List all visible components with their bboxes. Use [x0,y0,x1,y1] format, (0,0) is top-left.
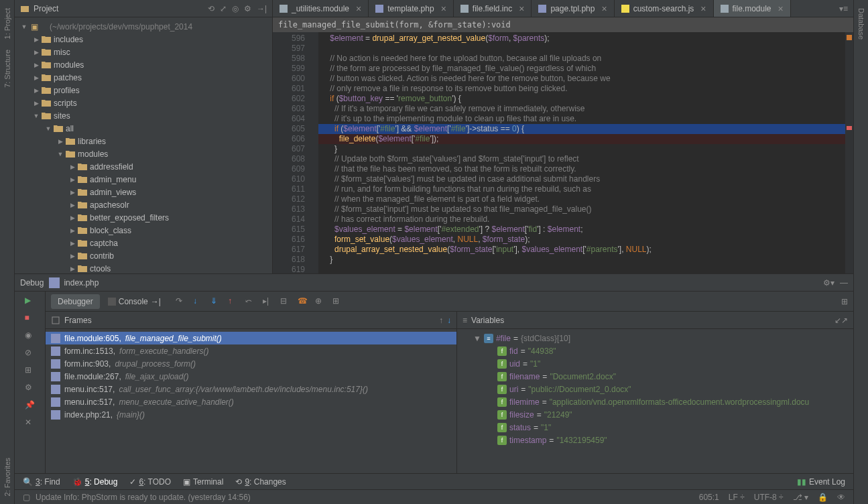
gutter-line[interactable]: 609 [273,164,318,174]
code-line[interactable]: drupal_array_set_nested_value($form_stat… [318,245,853,255]
gutter-line[interactable]: 610 [273,174,318,184]
tab-file.field.inc[interactable]: file.field.inc× [454,0,532,17]
close-icon[interactable]: × [778,3,784,14]
status-box-icon[interactable]: ▢ [23,493,30,502]
gutter-line[interactable]: 607 [273,144,318,154]
tab-custom-search.js[interactable]: custom-search.js× [615,0,714,17]
gutter-line[interactable]: 596 [273,34,318,44]
step-over-icon[interactable]: ↷ [176,296,186,307]
code-line[interactable]: // Update both $form_state['values'] and… [318,154,853,164]
resume-icon[interactable]: ▶ [25,296,36,306]
tree-folder-contrib[interactable]: ▶contrib [15,249,272,262]
close-icon[interactable]: × [356,3,361,14]
code-line[interactable]: // No action is needed here for the uplo… [318,54,853,64]
rail-database[interactable]: Database [857,8,865,40]
locate-icon[interactable]: ◎ [232,4,239,13]
tree-folder-ctools[interactable]: ▶ctools [15,262,272,273]
tab-_utilities.module[interactable]: _utilities.module× [273,0,369,17]
stop-icon[interactable]: ■ [25,313,36,324]
code-line[interactable]: form_set_value($values_element, NULL, $f… [318,235,853,245]
gutter-line[interactable]: 614 [273,214,318,225]
git-branch[interactable]: ⎇ ▾ [793,493,808,502]
tree-folder-all[interactable]: ▼all [15,122,272,135]
inspect-icon[interactable]: 👁 [837,493,845,502]
hide-icon[interactable]: — [840,278,848,288]
tree-folder-sites[interactable]: ▼sites [15,109,272,122]
gutter-line[interactable]: 611 [273,184,318,194]
code-line[interactable]: // If it's a temporary file we can safel… [318,104,853,114]
code-lines[interactable]: $element = drupal_array_get_nested_value… [318,32,853,273]
prev-frame-icon[interactable]: ↑ [439,316,443,325]
code-line[interactable]: // that the file has been removed, so th… [318,164,853,174]
gutter-line[interactable]: 618 [273,255,318,265]
gutter-line[interactable]: 600 [273,74,318,84]
tabs-dropdown-icon[interactable]: ▾≡ [839,4,848,13]
code-line[interactable]: // has correct information during the re… [318,214,853,225]
collapse-icon[interactable]: ⤢ [220,4,227,13]
code-line[interactable]: // it's up to the implementing module to… [318,114,853,124]
bottom-item-terminal[interactable]: ▣Terminal [183,477,223,487]
run-to-cursor-icon[interactable]: ▸| [263,296,273,307]
gutter-line[interactable]: 601 [273,84,318,94]
sync-icon[interactable]: ⟲ [208,4,214,13]
tree-folder-misc[interactable]: ▶misc [15,46,272,58]
layout-icon[interactable]: ⊞ [25,365,36,376]
code-line[interactable]: } [318,144,853,154]
gutter-line[interactable]: 597 [273,44,318,54]
tree-folder-patches[interactable]: ▶patches [15,71,272,84]
step-out-icon[interactable]: ↑ [228,296,239,307]
view-breakpoints-icon[interactable]: ◉ [25,330,36,341]
tab-file.module[interactable]: file.module× [714,0,791,17]
tree-folder-scripts[interactable]: ▶scripts [15,97,272,109]
gutter[interactable]: 5965975985996006016026036046056066076086… [273,32,318,273]
restore-layout-icon[interactable]: ⊞ [841,297,848,306]
tab-template.php[interactable]: template.php× [369,0,454,17]
rail-project[interactable]: 1: Project [3,8,11,39]
listen-icon[interactable]: ☎ [298,296,308,307]
var-item[interactable]: ffilesize="21249" [457,408,853,421]
scrollbar[interactable] [845,32,853,273]
code-line[interactable]: // when the managed_file element is part… [318,194,853,204]
tree-root[interactable]: ▼ ▣ (~/work/projects/dev/vms/puphpet_201… [15,20,272,33]
step-into-icon[interactable]: ↓ [193,296,204,307]
bottom-item-todo[interactable]: ✓6: TODO [129,477,171,487]
var-item[interactable]: ffilemime="application/vnd.openxmlformat… [457,395,853,408]
gutter-line[interactable]: 615 [273,225,318,235]
code-area[interactable]: 5965975985996006016026036046056066076086… [273,32,853,273]
gutter-line[interactable]: 619 [273,265,318,273]
var-item[interactable]: furi="public://Document2_0.docx" [457,383,853,395]
frame-item[interactable]: index.php:21, {main}() [46,408,456,421]
tab-page.tpl.php[interactable]: page.tpl.php× [532,0,614,17]
gutter-line[interactable]: 602 [273,94,318,104]
code-line[interactable]: // only remove a file in response to its… [318,84,853,94]
settings-icon[interactable]: ⚙ [25,383,36,393]
gutter-line[interactable]: 617 [273,245,318,255]
force-step-into-icon[interactable]: ⇓ [210,296,221,307]
frame-item[interactable]: file.module:267, file_ajax_upload() [46,370,456,383]
gutter-line[interactable]: 604 [273,114,318,124]
rail-structure[interactable]: 7: Structure [3,50,11,88]
lock-icon[interactable]: 🔒 [818,493,828,502]
status-lf[interactable]: LF ÷ [729,493,745,502]
gear-icon[interactable]: ⚙▾ [823,278,834,288]
tree-folder-addressfield[interactable]: ▶addressfield [15,160,272,173]
bottom-item-changes[interactable]: ⟲9: Changes [235,477,286,487]
gutter-line[interactable]: 613 [273,204,318,214]
mute-breakpoints-icon[interactable]: ⊘ [25,348,36,359]
code-line[interactable]: if ($button_key == 'remove_button') { [318,94,853,104]
code-line[interactable]: // button was clicked. Action is needed … [318,74,853,84]
close-icon[interactable]: × [519,3,524,14]
frame-item[interactable]: menu.inc:517, call_user_func_array:{/var… [46,383,456,395]
gutter-line[interactable]: 599 [273,64,318,74]
tree-folder-modules[interactable]: ▶modules [15,58,272,71]
gutter-line[interactable]: 608 [273,154,318,164]
tree-folder-block_class[interactable]: ▶block_class [15,224,272,237]
bottom-item-debug[interactable]: 🐞5: Debug [72,477,118,487]
frame-item[interactable]: form.inc:1513, form_execute_handlers() [46,344,456,357]
var-root[interactable]: ▼≡#file={stdClass} [10] [457,332,853,344]
tree-folder-includes[interactable]: ▶includes [15,33,272,46]
code-line[interactable] [318,44,853,54]
tree-folder-better_exposed_filters[interactable]: ▶better_exposed_filters [15,211,272,224]
gutter-line[interactable]: 598 [273,54,318,64]
var-item[interactable]: ffid="44938" [457,344,853,357]
